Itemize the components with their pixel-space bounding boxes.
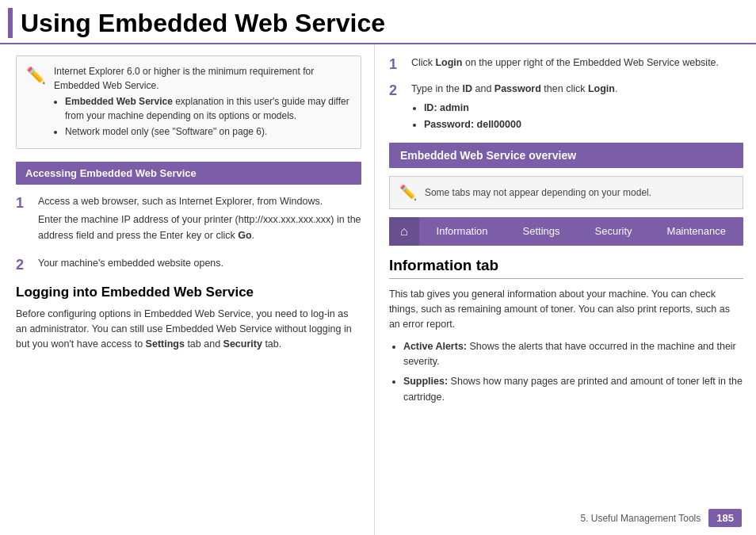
step-content-1: Access a web browser, such as Internet E… — [38, 194, 361, 246]
right-step-content-2: Type in the ID and Password then click L… — [411, 82, 618, 134]
title-bar: Using Embedded Web Service — [0, 0, 756, 44]
right-column: 1 Click Login on the upper right of the … — [375, 44, 756, 535]
note-bullet-2: Embedded Web Service explanation in this… — [65, 94, 351, 123]
step-content-2: Your machine's embedded website opens. — [38, 256, 223, 274]
title-accent — [8, 8, 13, 38]
page-title: Using Embedded Web Service — [21, 9, 385, 38]
step-1-line-2: Enter the machine IP address of your pri… — [38, 212, 361, 243]
page-footer: 5. Useful Management Tools 185 — [580, 509, 742, 527]
right-step-2: 2 Type in the ID and Password then click… — [389, 82, 743, 134]
info-tab-title: Information tab — [389, 257, 743, 279]
note-box: ✏️ Internet Explorer 6.0 or higher is th… — [16, 55, 361, 149]
note-icon: ✏️ — [26, 66, 46, 140]
nav-item-information[interactable]: Information — [419, 218, 506, 244]
credential-id: ID: admin — [424, 101, 618, 116]
credential-password: Password: dell00000 — [424, 117, 618, 132]
info-tab-bullets: Active Alerts: Shows the alerts that hav… — [389, 339, 743, 406]
accessing-section-bar: Accessing Embedded Web Service — [16, 162, 361, 185]
page-number: 185 — [708, 509, 742, 527]
overview-note-text: Some tabs may not appear depending on yo… — [425, 187, 651, 198]
nav-item-settings[interactable]: Settings — [506, 218, 578, 244]
step-2-line-1: Your machine's embedded website opens. — [38, 256, 223, 271]
info-tab-body: This tab gives you general information a… — [389, 287, 743, 333]
note-bullet-1: Internet Explorer 6.0 or higher is the m… — [54, 64, 351, 93]
home-icon: ⌂ — [400, 224, 408, 239]
login-credentials-list: ID: admin Password: dell00000 — [411, 101, 618, 133]
accessing-step-2: 2 Your machine's embedded website opens. — [16, 256, 361, 274]
nav-home-button[interactable]: ⌂ — [389, 217, 419, 246]
step-number-2: 2 — [16, 256, 30, 274]
right-step-num-2: 2 — [389, 82, 403, 134]
logging-heading: Logging into Embedded Web Service — [16, 285, 361, 300]
step-number-1: 1 — [16, 194, 30, 246]
overview-note: ✏️ Some tabs may not appear depending on… — [389, 176, 743, 209]
left-column: ✏️ Internet Explorer 6.0 or higher is th… — [0, 44, 375, 535]
bullet-supplies: Supplies: Shows how many pages are print… — [403, 374, 743, 405]
bullet-active-alerts: Active Alerts: Shows the alerts that hav… — [403, 339, 743, 370]
note-content: Internet Explorer 6.0 or higher is the m… — [54, 64, 351, 140]
overview-bar: Embedded Web Service overview — [389, 143, 743, 168]
note-bullet-3: Network model only (see "Software" on pa… — [65, 124, 351, 139]
logging-body: Before configuring options in Embedded W… — [16, 307, 361, 353]
chapter-label: 5. Useful Management Tools — [580, 513, 701, 524]
right-step-num-1: 1 — [389, 55, 403, 74]
nav-item-maintenance[interactable]: Maintenance — [650, 218, 743, 244]
right-step-1: 1 Click Login on the upper right of the … — [389, 55, 743, 74]
nav-bar: ⌂ Information Settings Security Maintena… — [389, 217, 743, 246]
right-step-content-1: Click Login on the upper right of the Em… — [411, 55, 719, 74]
accessing-step-1: 1 Access a web browser, such as Internet… — [16, 194, 361, 246]
overview-note-icon: ✏️ — [399, 184, 417, 201]
nav-item-security[interactable]: Security — [578, 218, 650, 244]
step-1-line-1: Access a web browser, such as Internet E… — [38, 194, 361, 209]
